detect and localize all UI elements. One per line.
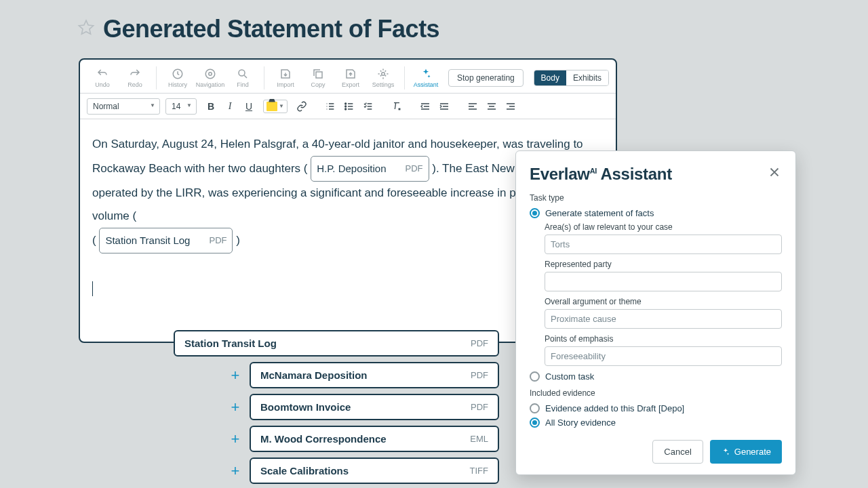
assistant-button[interactable]: Assistant bbox=[410, 64, 441, 92]
add-evidence-button[interactable]: + bbox=[228, 400, 243, 415]
evidence-row: + Scale Calibrations TIFF bbox=[228, 458, 499, 484]
import-label: Import bbox=[277, 81, 294, 88]
evidence-ext: PDF bbox=[471, 338, 488, 348]
svg-point-3 bbox=[239, 70, 245, 76]
outdent-button[interactable] bbox=[416, 98, 434, 115]
citation-name: Station Transit Log bbox=[105, 230, 190, 251]
assistant-label: Assistant bbox=[414, 81, 439, 88]
radio-label: All Story evidence bbox=[545, 418, 616, 428]
style-dropdown[interactable]: Normal bbox=[87, 98, 160, 115]
generate-label: Generate bbox=[734, 447, 771, 457]
toolbar-format: Normal 14 B I U ▼ bbox=[80, 94, 616, 119]
party-input[interactable] bbox=[545, 272, 782, 291]
sparkle-icon bbox=[721, 447, 730, 457]
body-text: ( bbox=[92, 234, 99, 247]
evidence-pill[interactable]: Scale Calibrations TIFF bbox=[250, 458, 499, 484]
evidence-name: M. Wood Correspondence bbox=[260, 433, 387, 445]
evidence-ext: TIFF bbox=[470, 466, 488, 476]
evidence-row: + Boomtown Invoice PDF bbox=[228, 394, 499, 420]
evidence-ext: EML bbox=[470, 434, 488, 444]
svg-point-7 bbox=[345, 106, 347, 107]
included-evidence-label: Included evidence bbox=[530, 388, 782, 398]
checklist-button[interactable] bbox=[359, 98, 377, 115]
add-evidence-button[interactable]: + bbox=[228, 464, 243, 479]
underline-button[interactable]: U bbox=[240, 98, 258, 115]
radio-generate[interactable]: Generate statement of facts bbox=[530, 208, 782, 218]
evidence-name: Scale Calibrations bbox=[260, 465, 349, 476]
history-button[interactable]: History bbox=[162, 64, 193, 92]
italic-button[interactable]: I bbox=[221, 98, 239, 115]
undo-label: Undo bbox=[95, 81, 110, 88]
areas-input[interactable] bbox=[545, 235, 782, 254]
evidence-name: McNamara Deposition bbox=[260, 369, 368, 381]
radio-icon bbox=[530, 208, 540, 218]
clear-format-button[interactable] bbox=[388, 98, 406, 115]
numbered-list-button[interactable] bbox=[321, 98, 339, 115]
align-center-button[interactable] bbox=[483, 98, 500, 115]
areas-label: Area(s) of law relevant to your case bbox=[545, 222, 782, 232]
close-icon[interactable] bbox=[767, 165, 782, 180]
svg-point-8 bbox=[345, 108, 347, 110]
svg-point-1 bbox=[205, 69, 215, 79]
svg-rect-4 bbox=[316, 72, 322, 78]
citation-pill[interactable]: Station Transit Log PDF bbox=[99, 228, 233, 253]
size-dropdown[interactable]: 14 bbox=[165, 98, 197, 115]
points-input[interactable] bbox=[545, 346, 782, 366]
citation-ext: PDF bbox=[209, 232, 226, 249]
align-right-button[interactable] bbox=[502, 98, 519, 115]
evidence-row: + McNamara Deposition PDF bbox=[228, 362, 499, 388]
svg-point-5 bbox=[382, 72, 385, 75]
svg-point-6 bbox=[345, 103, 347, 104]
exhibits-tab[interactable]: Exhibits bbox=[566, 70, 608, 85]
evidence-pill[interactable]: M. Wood Correspondence EML bbox=[250, 426, 499, 452]
bold-button[interactable]: B bbox=[202, 98, 220, 115]
evidence-name: Boomtown Invoice bbox=[260, 401, 351, 413]
arg-input[interactable] bbox=[545, 309, 782, 329]
settings-label: Settings bbox=[372, 81, 395, 88]
navigation-label: Navigation bbox=[196, 81, 225, 88]
evidence-row: Station Transit Log PDF bbox=[174, 330, 499, 357]
find-button[interactable]: Find bbox=[227, 64, 258, 92]
citation-ext: PDF bbox=[406, 160, 423, 178]
radio-ev-all[interactable]: All Story evidence bbox=[530, 418, 782, 428]
find-label: Find bbox=[237, 81, 249, 88]
generate-button[interactable]: Generate bbox=[710, 440, 782, 464]
import-button[interactable]: Import bbox=[270, 64, 301, 92]
panel-title: EverlawAI Assistant bbox=[530, 165, 672, 184]
radio-ev-draft[interactable]: Evidence added to this Draft [Depo] bbox=[530, 403, 782, 413]
star-icon[interactable] bbox=[77, 19, 95, 39]
radio-icon bbox=[530, 418, 540, 428]
radio-label: Custom task bbox=[545, 371, 594, 382]
evidence-pill[interactable]: Station Transit Log PDF bbox=[174, 330, 499, 357]
page-header: Generated Statement of Facts bbox=[0, 0, 868, 43]
redo-button[interactable]: Redo bbox=[119, 64, 151, 92]
evidence-pill[interactable]: Boomtown Invoice PDF bbox=[250, 394, 499, 420]
undo-button[interactable]: Undo bbox=[87, 64, 118, 92]
settings-button[interactable]: Settings bbox=[368, 64, 399, 92]
highlight-button[interactable]: ▼ bbox=[263, 100, 288, 113]
points-label: Points of emphasis bbox=[545, 334, 782, 344]
align-left-button[interactable] bbox=[464, 98, 481, 115]
stop-generating-button[interactable]: Stop generating bbox=[448, 69, 524, 87]
bullet-list-button[interactable] bbox=[340, 98, 358, 115]
cancel-button[interactable]: Cancel bbox=[652, 440, 703, 464]
indent-button[interactable] bbox=[435, 98, 453, 115]
radio-custom[interactable]: Custom task bbox=[530, 371, 782, 382]
evidence-ext: PDF bbox=[471, 402, 488, 412]
navigation-button[interactable]: Navigation bbox=[195, 64, 226, 92]
body-text: ) bbox=[236, 234, 240, 247]
evidence-pill[interactable]: McNamara Deposition PDF bbox=[250, 362, 499, 388]
add-evidence-button[interactable]: + bbox=[228, 432, 243, 447]
radio-label: Evidence added to this Draft [Depo] bbox=[545, 403, 684, 413]
copy-label: Copy bbox=[311, 81, 325, 88]
add-evidence-button[interactable]: + bbox=[228, 368, 243, 383]
export-button[interactable]: Export bbox=[335, 64, 366, 92]
link-button[interactable] bbox=[293, 98, 311, 115]
evidence-stack: Station Transit Log PDF + McNamara Depos… bbox=[228, 330, 499, 484]
export-label: Export bbox=[342, 81, 359, 88]
copy-button[interactable]: Copy bbox=[302, 64, 334, 92]
body-tab[interactable]: Body bbox=[534, 70, 566, 85]
radio-icon bbox=[530, 371, 540, 382]
citation-pill[interactable]: H.P. Deposition PDF bbox=[311, 156, 429, 182]
radio-label: Generate statement of facts bbox=[545, 208, 654, 218]
